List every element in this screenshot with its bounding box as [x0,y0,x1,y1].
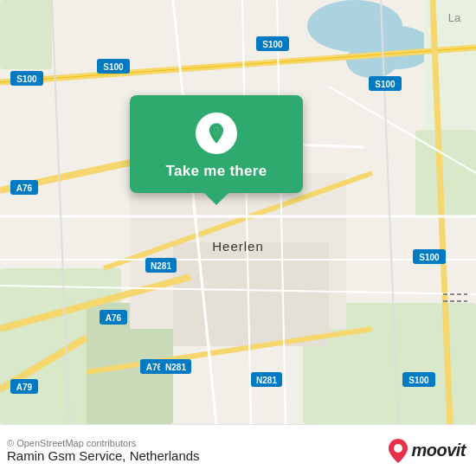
bottom-bar: © OpenStreetMap contributors Ramin Gsm S… [0,424,476,476]
svg-point-60 [214,128,219,133]
svg-text:N281: N281 [165,363,186,372]
svg-text:La: La [448,11,461,24]
svg-text:N281: N281 [256,376,277,385]
place-name: Ramin Gsm Service, Netherlands [7,448,200,463]
svg-point-3 [346,43,398,78]
svg-text:S100: S100 [419,253,440,262]
svg-rect-11 [173,242,329,346]
copyright-text: © OpenStreetMap contributors [7,438,200,448]
svg-text:S100: S100 [16,74,37,84]
svg-point-61 [394,444,402,453]
svg-text:S100: S100 [375,80,396,89]
map-container: S100 S100 S100 S100 S100 S100 A76 A76 A7… [0,0,476,424]
svg-text:S100: S100 [262,40,283,49]
svg-text:A76: A76 [146,363,163,372]
svg-text:A76: A76 [16,183,33,193]
svg-text:S100: S100 [408,376,429,385]
location-pin [196,113,237,154]
take-me-there-button[interactable]: Take me there [166,163,267,180]
svg-text:N281: N281 [151,261,171,271]
svg-text:A79: A79 [16,383,33,392]
svg-rect-7 [0,0,52,69]
moovit-pin-icon [389,439,408,463]
svg-text:Heerlen: Heerlen [212,239,264,254]
moovit-logo: moovit [389,439,466,463]
popup-box: Take me there [130,95,303,193]
moovit-logo-text: moovit [411,441,466,460]
bottom-info: © OpenStreetMap contributors Ramin Gsm S… [7,438,200,463]
svg-text:S100: S100 [103,62,124,72]
svg-text:A76: A76 [106,313,122,323]
